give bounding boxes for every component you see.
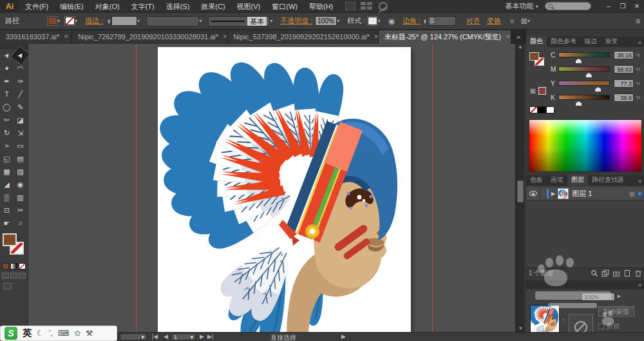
- none-mode-button[interactable]: [19, 263, 26, 269]
- tool-mesh[interactable]: ▦: [0, 165, 14, 178]
- layer-row[interactable]: ▶ 图层 1 ◎: [526, 187, 644, 200]
- restore-button[interactable]: ❐: [616, 1, 630, 12]
- chevron-down-icon[interactable]: ▾: [57, 18, 60, 24]
- chevron-down-icon[interactable]: ▾: [270, 18, 272, 24]
- stroke-panel-link[interactable]: 描边 :: [85, 16, 103, 26]
- artwork-chief-illustration[interactable]: [158, 47, 411, 332]
- black-swatch[interactable]: [538, 106, 546, 113]
- tab-color[interactable]: 颜色: [526, 35, 547, 47]
- tab-overflow-chevron[interactable]: »: [511, 30, 526, 44]
- expand-triangle-icon[interactable]: ▶: [551, 191, 555, 197]
- chevron-down-icon[interactable]: ▾: [137, 18, 140, 24]
- selection-indicator-square[interactable]: [638, 191, 642, 196]
- zoom-level-dropdown[interactable]: ▾: [120, 333, 147, 340]
- tool-eraser[interactable]: ◪: [14, 113, 27, 126]
- guide-vertical-left[interactable]: [136, 44, 137, 332]
- app-bar-icon[interactable]: [379, 2, 388, 11]
- tool-gradient[interactable]: ▨: [14, 165, 27, 178]
- tab-brushes[interactable]: 画笔: [547, 174, 567, 186]
- sogou-logo[interactable]: S: [5, 327, 17, 340]
- tool-width-tool[interactable]: ≈: [0, 139, 14, 152]
- panel-menu-icon[interactable]: ≡: [635, 178, 644, 186]
- ime-wrench-icon[interactable]: ⚒: [86, 329, 93, 338]
- chevron-down-icon[interactable]: ▾: [377, 18, 380, 24]
- menu-view[interactable]: 视图(V): [231, 0, 267, 13]
- chevron-down-icon[interactable]: ▾: [337, 18, 339, 24]
- doc-tab-active[interactable]: 未标题-25* @ 124.27% (CMYK/预览)✕: [379, 30, 511, 44]
- screen-mode-button[interactable]: [3, 283, 12, 289]
- brush-definition-dropdown[interactable]: 基本: [208, 16, 270, 26]
- slider-handle[interactable]: [576, 59, 582, 63]
- first-artboard-button[interactable]: |◀: [152, 333, 158, 340]
- tool-rotate[interactable]: ↻: [0, 126, 14, 139]
- tab-color-guide[interactable]: 颜色参考: [547, 35, 580, 47]
- menu-object[interactable]: 对象(O): [90, 0, 126, 13]
- tab-pathfinder[interactable]: 路径查找器: [588, 174, 628, 186]
- slider-m[interactable]: [558, 66, 610, 72]
- tool-slice[interactable]: ✂: [14, 204, 27, 217]
- tool-shape-builder[interactable]: ◱: [0, 152, 14, 165]
- guide-vertical-right[interactable]: [432, 44, 433, 332]
- close-icon[interactable]: ✕: [223, 30, 227, 44]
- tool-curvature[interactable]: ✑: [14, 75, 27, 88]
- out-of-gamut-cube-icon[interactable]: [530, 88, 536, 94]
- slider-handle[interactable]: [595, 87, 601, 92]
- tool-type[interactable]: T: [0, 88, 14, 101]
- make-mask-button[interactable]: 制作蒙版: [598, 306, 634, 317]
- tool-ellipse[interactable]: ◯: [0, 101, 14, 113]
- scroll-down-icon[interactable]: ▼: [516, 326, 526, 331]
- panel-menu-icon[interactable]: ≡: [635, 282, 644, 289]
- arrange-documents-icon[interactable]: [361, 2, 372, 10]
- style-swatch[interactable]: [368, 17, 377, 25]
- tool-blend[interactable]: ◉: [14, 178, 27, 191]
- tab-swatches[interactable]: 色板: [526, 174, 547, 186]
- layer-name[interactable]: 图层 1: [572, 189, 592, 199]
- tool-scale[interactable]: ⇲: [14, 126, 27, 139]
- draw-behind-button[interactable]: [10, 273, 17, 278]
- recolor-artwork-icon[interactable]: ◉: [388, 17, 394, 26]
- corner-field[interactable]: 0: [428, 16, 456, 26]
- shear-icon[interactable]: ⊠: [521, 17, 527, 26]
- artboard[interactable]: [158, 47, 411, 332]
- transparency-panel-header[interactable]: ≡: [526, 280, 644, 289]
- tool-eyedropper[interactable]: ◢: [0, 178, 14, 191]
- close-icon[interactable]: ✕: [64, 30, 69, 44]
- fill-proxy-swatch[interactable]: [529, 52, 539, 61]
- channel-value-y[interactable]: 77.3: [614, 79, 634, 88]
- new-sublayer-icon[interactable]: [612, 269, 620, 277]
- color-mode-button[interactable]: [2, 263, 9, 269]
- menu-help[interactable]: 帮助(H): [303, 0, 339, 13]
- ime-moon-icon[interactable]: ☾: [37, 329, 44, 338]
- tool-pen[interactable]: ✒: [0, 75, 14, 88]
- tool-zoom-tool[interactable]: ○: [14, 217, 27, 229]
- draw-normal-button[interactable]: [2, 273, 9, 278]
- align-link[interactable]: 对齐: [466, 16, 480, 26]
- doc-tab-3[interactable]: Nipic_537398_20190929202152610000.ai*✕: [227, 30, 379, 44]
- none-swatch[interactable]: [529, 106, 538, 113]
- clip-checkbox[interactable]: [598, 324, 604, 329]
- minimize-button[interactable]: –: [601, 1, 616, 12]
- opacity-link[interactable]: 不透明度 :: [280, 16, 312, 26]
- menu-type[interactable]: 文字(T): [126, 0, 160, 13]
- slider-handle[interactable]: [586, 73, 592, 77]
- scroll-up-icon[interactable]: ▲: [516, 44, 525, 50]
- workspace-switcher[interactable]: 基本功能 ▾: [505, 1, 538, 11]
- clipping-mask-icon[interactable]: [601, 269, 609, 277]
- close-icon[interactable]: ✕: [506, 30, 511, 44]
- menu-select[interactable]: 选择(S): [160, 0, 196, 13]
- isolate-icon[interactable]: ⌗: [510, 17, 513, 26]
- last-artboard-button[interactable]: ▶|: [207, 333, 213, 340]
- slider-c[interactable]: [558, 52, 610, 57]
- chevron-down-icon[interactable]: ▾: [199, 18, 202, 24]
- tab-stroke[interactable]: 描边: [580, 35, 601, 47]
- corner-stepper[interactable]: ▲▼: [423, 19, 427, 24]
- layer-thumbnail[interactable]: [558, 188, 569, 199]
- chevron-down-icon[interactable]: ▾: [527, 18, 530, 24]
- vertical-scroll-thumb[interactable]: [517, 180, 524, 202]
- prev-artboard-button[interactable]: ◀: [164, 333, 168, 340]
- transparency-opacity-field[interactable]: 100%: [582, 293, 615, 301]
- tool-hand[interactable]: ☛: [0, 217, 14, 229]
- fill-swatch-large[interactable]: [3, 233, 17, 246]
- chevron-down-icon[interactable]: ▾: [75, 18, 77, 24]
- tool-symbol-sprayer[interactable]: ▒: [0, 191, 14, 204]
